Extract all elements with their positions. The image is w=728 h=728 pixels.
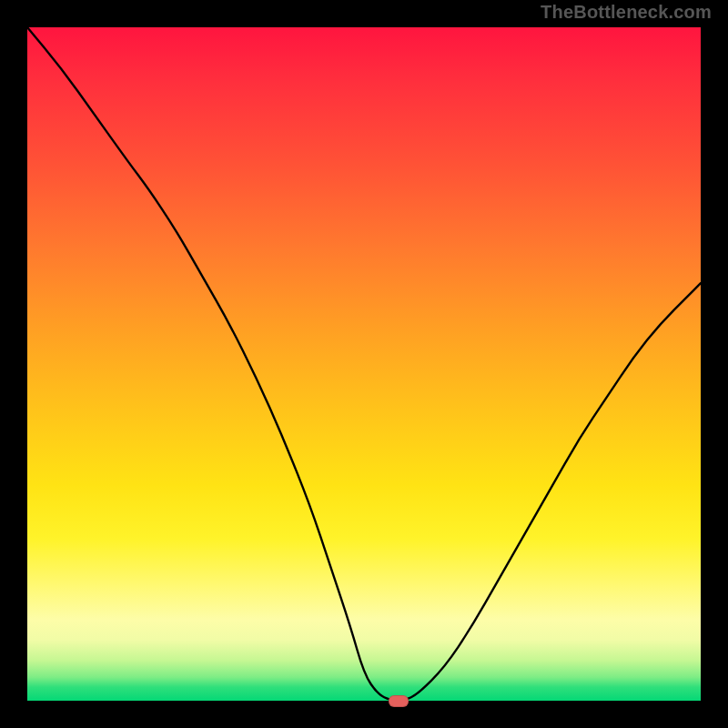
figure-wrap: TheBottleneck.com xyxy=(0,0,728,728)
optimum-marker xyxy=(389,695,409,707)
plot-area xyxy=(27,27,701,701)
bottleneck-curve-path xyxy=(27,27,701,701)
attribution-text: TheBottleneck.com xyxy=(541,2,712,23)
curve-svg xyxy=(27,27,701,701)
